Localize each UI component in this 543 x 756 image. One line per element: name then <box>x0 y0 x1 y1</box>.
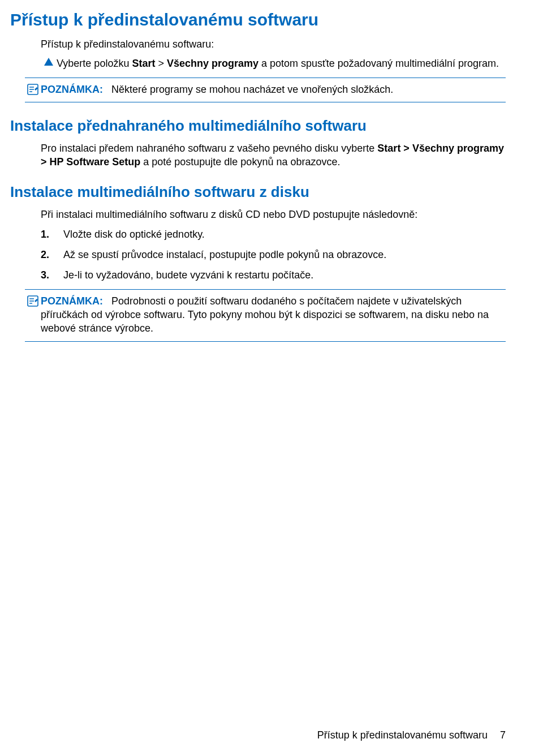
step-text-3: Je-li to vyžadováno, budete vyzváni k re… <box>63 268 506 282</box>
page-footer: Přístup k předinstalovanému softwaru 7 <box>317 729 506 741</box>
step-post: a potom spusťte požadovaný multimediální… <box>258 58 499 69</box>
list-item: 1. Vložte disk do optické jednotky. <box>41 227 506 241</box>
note-text-2: Podrobnosti o použití softwaru dodaného … <box>41 295 489 334</box>
section1-intro: Přístup k předinstalovanému softwaru: <box>41 37 506 51</box>
note-rule-bottom <box>25 341 506 342</box>
note-body-1: POZNÁMKA: Některé programy se mohou nach… <box>41 83 506 96</box>
section2-paragraph: Pro instalaci předem nahraného softwaru … <box>41 141 506 169</box>
step-select-start: Vyberte položku Start > Všechny programy… <box>41 57 506 70</box>
list-item: 2. Až se spustí průvodce instalací, post… <box>41 248 506 261</box>
document-page: Přístup k předinstalovanému softwaru Pří… <box>0 0 543 756</box>
footer-section-title: Přístup k předinstalovanému softwaru <box>317 729 488 741</box>
note-rule-top <box>25 78 506 78</box>
step-text: Vyberte položku Start > Všechny programy… <box>57 57 506 70</box>
heading-install-from-disc: Instalace multimediálního softwaru z dis… <box>10 183 506 201</box>
step-number-2: 2. <box>41 248 63 261</box>
step-text-1: Vložte disk do optické jednotky. <box>63 227 506 241</box>
note-block-1: POZNÁMKA: Některé programy se mohou nach… <box>25 78 506 102</box>
step-bold-programs: Všechny programy <box>167 58 258 69</box>
note-label: POZNÁMKA: <box>41 84 103 95</box>
note-icon <box>25 295 41 307</box>
note-icon <box>25 84 41 95</box>
note-block-2: POZNÁMKA: Podrobnosti o použití softwaru… <box>25 289 506 342</box>
step-pre: Vyberte položku <box>57 58 132 69</box>
heading-access-preinstalled: Přístup k předinstalovanému softwaru <box>10 10 506 29</box>
step-bold-start: Start <box>132 58 155 69</box>
step-number-3: 3. <box>41 268 63 282</box>
list-item: 3. Je-li to vyžadováno, budete vyzváni k… <box>41 268 506 282</box>
svg-marker-0 <box>44 58 53 66</box>
note-label: POZNÁMKA: <box>41 295 103 307</box>
step-mid: > <box>155 58 167 69</box>
note-body-2: POZNÁMKA: Podrobnosti o použití softwaru… <box>41 294 506 336</box>
step-number-1: 1. <box>41 227 63 241</box>
note-rule-bottom <box>25 102 506 102</box>
note-rule-top <box>25 289 506 290</box>
note-text-1: Některé programy se mohou nacházet ve vn… <box>111 84 393 95</box>
s2-post: a poté postupujte dle pokynů na obrazovc… <box>140 156 340 167</box>
triangle-icon <box>41 58 57 66</box>
heading-install-preloaded: Instalace přednahraného multimediálního … <box>10 117 506 135</box>
step-text-2: Až se spustí průvodce instalací, postupu… <box>63 248 506 261</box>
section3-intro: Při instalaci multimediálního softwaru z… <box>41 208 506 221</box>
footer-page-number: 7 <box>500 729 506 741</box>
s2-pre: Pro instalaci předem nahraného softwaru … <box>41 143 377 154</box>
